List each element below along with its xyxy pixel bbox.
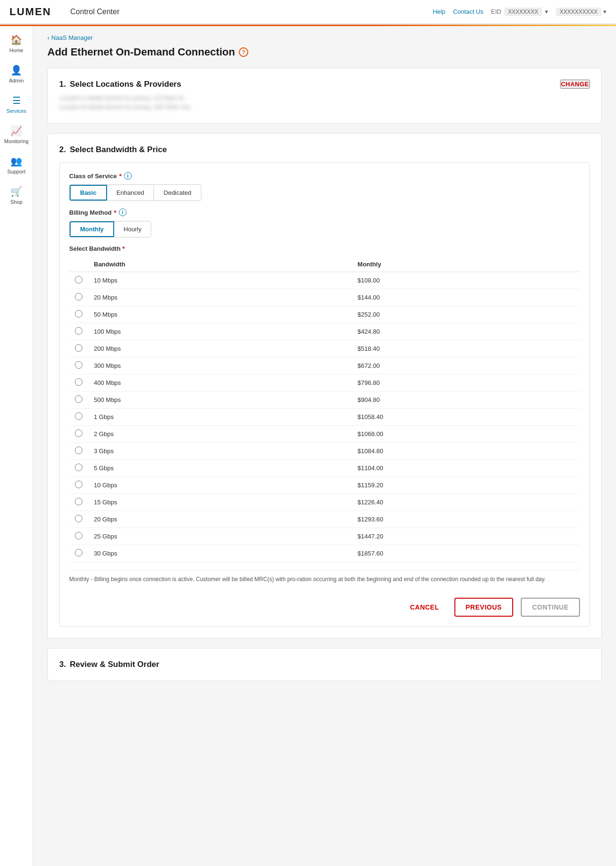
bw-cell-bandwidth: 2 Gbps — [88, 426, 352, 443]
bandwidth-radio-1[interactable] — [75, 293, 82, 301]
billing-note: Monthly - Billing begins once connection… — [69, 570, 580, 588]
btn-row: CANCEL PREVIOUS CONTINUE — [69, 598, 580, 617]
bw-cell-price: $1058.40 — [352, 409, 580, 426]
shop-icon: 🛒 — [10, 186, 22, 197]
bandwidth-radio-3[interactable] — [75, 327, 82, 335]
table-row: 20 Gbps $1293.60 — [69, 511, 580, 528]
bw-cell-bandwidth: 30 Gbps — [88, 545, 352, 562]
bandwidth-label: Select Bandwidth * — [69, 245, 580, 252]
cos-btn-dedicated[interactable]: Dedicated — [154, 185, 201, 201]
cancel-button[interactable]: CANCEL — [402, 598, 446, 617]
bw-cell-price: $796.80 — [352, 374, 580, 392]
monitoring-icon: 📈 — [10, 125, 22, 137]
contact-us-link[interactable]: Contact Us — [453, 8, 483, 15]
bandwidth-radio-13[interactable] — [75, 498, 82, 505]
billing-label-text: Billing Method — [69, 209, 112, 216]
bandwidth-radio-10[interactable] — [75, 447, 82, 454]
eid-label: EID — [491, 8, 501, 15]
bw-cell-bandwidth: 50 Mbps — [88, 306, 352, 323]
bw-header-row: Bandwidth Monthly — [69, 257, 580, 272]
bw-col-bandwidth: Bandwidth — [88, 257, 352, 272]
bw-cell-price: $1068.00 — [352, 426, 580, 443]
bw-cell-price: $252.00 — [352, 306, 580, 323]
bw-cell-price: $672.00 — [352, 357, 580, 374]
table-row: 25 Gbps $1447.20 — [69, 528, 580, 545]
bw-cell-bandwidth: 300 Mbps — [88, 357, 352, 374]
bandwidth-radio-6[interactable] — [75, 378, 82, 386]
bw-cell-bandwidth: 20 Gbps — [88, 511, 352, 528]
step-1-blurred: Location A details blurred for privacy, … — [59, 94, 590, 112]
bw-cell-bandwidth: 20 Mbps — [88, 289, 352, 306]
bw-cell-price: $1104.00 — [352, 460, 580, 477]
cos-btn-basic[interactable]: Basic — [70, 185, 107, 201]
help-link[interactable]: Help — [433, 8, 445, 15]
sidebar-item-admin[interactable]: 👤Admin — [0, 60, 33, 88]
chevron-down-icon-user[interactable]: ▾ — [603, 8, 607, 15]
bandwidth-radio-7[interactable] — [75, 395, 82, 403]
cos-info-icon[interactable]: i — [124, 172, 132, 180]
table-row: 500 Mbps $904.80 — [69, 392, 580, 409]
bw-cell-price: $1084.80 — [352, 443, 580, 460]
table-row: 2 Gbps $1068.00 — [69, 426, 580, 443]
bandwidth-radio-8[interactable] — [75, 412, 82, 420]
cos-btn-enhanced[interactable]: Enhanced — [107, 185, 154, 201]
cos-label: Class of Service * i — [69, 172, 580, 180]
previous-button[interactable]: PREVIOUS — [454, 598, 513, 617]
step-2-card: 2. Select Bandwidth & Price Class of Ser… — [47, 133, 602, 638]
bw-cell-bandwidth: 10 Gbps — [88, 477, 352, 494]
table-row: 1 Gbps $1058.40 — [69, 409, 580, 426]
bandwidth-radio-16[interactable] — [75, 549, 82, 556]
bw-col-radio — [69, 257, 88, 272]
sidebar-item-shop[interactable]: 🛒Shop — [0, 181, 33, 210]
bw-cell-price: $144.00 — [352, 289, 580, 306]
top-nav: LUMEN Control Center Help Contact Us EID… — [0, 0, 616, 25]
bw-cell-bandwidth: 200 Mbps — [88, 340, 352, 357]
billing-info-icon[interactable]: i — [119, 209, 127, 216]
bw-col-monthly: Monthly — [352, 257, 580, 272]
services-icon: ☰ — [12, 95, 21, 106]
bandwidth-radio-2[interactable] — [75, 310, 82, 318]
sidebar-item-monitoring[interactable]: 📈Monitoring — [0, 120, 33, 149]
user-area: XXXXXXXXXX ▾ — [556, 8, 607, 16]
bw-cell-bandwidth: 25 Gbps — [88, 528, 352, 545]
bw-cell-price: $518.40 — [352, 340, 580, 357]
bandwidth-radio-4[interactable] — [75, 344, 82, 352]
app-title: Control Center — [70, 8, 119, 16]
sidebar-label-support: Support — [7, 169, 26, 174]
nav-right: Help Contact Us EID XXXXXXXX ▾ XXXXXXXXX… — [433, 8, 607, 16]
table-row: 100 Mbps $424.80 — [69, 323, 580, 340]
logo: LUMEN — [9, 6, 51, 18]
bw-cell-bandwidth: 400 Mbps — [88, 374, 352, 392]
bandwidth-radio-0[interactable] — [75, 276, 82, 283]
bandwidth-radio-12[interactable] — [75, 481, 82, 488]
step-3-num: 3. — [59, 660, 66, 669]
sidebar-item-services[interactable]: ☰Services — [0, 90, 33, 119]
bw-cell-bandwidth: 10 Mbps — [88, 272, 352, 289]
table-row: 20 Mbps $144.00 — [69, 289, 580, 306]
sidebar-item-home[interactable]: 🏠Home — [0, 29, 33, 58]
billing-btn-monthly[interactable]: Monthly — [70, 221, 114, 237]
breadcrumb-label[interactable]: NaaS Manager — [51, 34, 92, 41]
bandwidth-radio-14[interactable] — [75, 515, 82, 522]
sidebar-item-support[interactable]: 👥Support — [0, 151, 33, 179]
step-1-card: 1. Select Locations & Providers CHANGE L… — [47, 68, 602, 124]
bandwidth-radio-15[interactable] — [75, 532, 82, 539]
change-button[interactable]: CHANGE — [560, 80, 590, 89]
billing-btn-hourly[interactable]: Hourly — [114, 221, 151, 237]
continue-button[interactable]: CONTINUE — [521, 598, 580, 617]
step-1-num: 1. — [59, 80, 66, 89]
admin-icon: 👤 — [10, 64, 22, 76]
bandwidth-label-text: Select Bandwidth — [69, 245, 120, 252]
bandwidth-radio-5[interactable] — [75, 361, 82, 369]
bw-cell-bandwidth: 3 Gbps — [88, 443, 352, 460]
sidebar-label-shop: Shop — [10, 199, 23, 205]
bandwidth-radio-9[interactable] — [75, 429, 82, 437]
chevron-down-icon[interactable]: ▾ — [545, 8, 548, 15]
cos-label-text: Class of Service — [69, 173, 117, 180]
table-row: 30 Gbps $1857.60 — [69, 545, 580, 562]
breadcrumb[interactable]: ‹ NaaS Manager — [47, 34, 602, 41]
bandwidth-radio-11[interactable] — [75, 464, 82, 471]
page-info-icon[interactable]: ? — [239, 47, 248, 57]
user-value: XXXXXXXXXX — [556, 8, 601, 16]
step-1-header: 1. Select Locations & Providers CHANGE — [59, 80, 590, 89]
